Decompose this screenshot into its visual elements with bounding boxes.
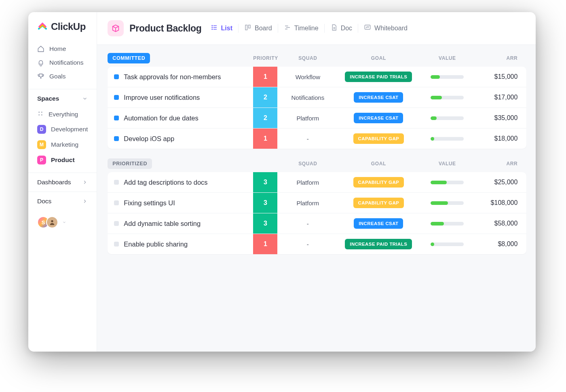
col-goal: GOAL — [338, 55, 419, 61]
priority-cell[interactable]: 1 — [253, 67, 277, 87]
main: Product Backlog ListBoardTimelineDocWhit… — [97, 12, 536, 352]
col-priority: PRIORITY — [253, 55, 277, 61]
space-item-development[interactable]: DDevelopment — [32, 122, 93, 137]
progress-bar — [431, 222, 464, 226]
caret-down-icon — [62, 220, 66, 224]
doc-icon — [330, 24, 338, 33]
primary-nav: Home Notifications Goals — [28, 40, 97, 89]
col-arr: ARR — [475, 161, 524, 166]
status-square-icon[interactable] — [114, 200, 119, 205]
task-rows: Task approvals for non-members 1 Workflo… — [108, 67, 526, 149]
task-cell: Automation for due dates — [108, 110, 253, 127]
status-square-icon[interactable] — [114, 136, 119, 141]
space-item-everything[interactable]: Everything — [32, 107, 93, 122]
chevron-right-icon — [82, 198, 88, 204]
nav-home-label: Home — [49, 45, 66, 53]
whiteboard-icon — [364, 24, 371, 33]
arr-cell: $25,000 — [475, 179, 524, 186]
view-tab-list[interactable]: List — [211, 24, 232, 33]
progress-bar — [431, 137, 464, 141]
goal-cell: CAPABILITY GAP — [338, 177, 419, 188]
nav-docs[interactable]: Docs — [28, 192, 97, 211]
status-square-icon[interactable] — [114, 242, 119, 247]
goal-pill[interactable]: INCREASE CSAT — [354, 113, 403, 123]
task-row[interactable]: Fixing settings UI 3 Platform CAPABILITY… — [108, 192, 526, 213]
goal-pill[interactable]: CAPABILITY GAP — [353, 133, 404, 144]
task-row[interactable]: Add tag descriptions to docs 3 Platform … — [108, 172, 526, 192]
brand[interactable]: ClickUp — [28, 21, 97, 40]
priority-cell[interactable]: 1 — [253, 234, 277, 254]
view-tab-board[interactable]: Board — [244, 24, 272, 33]
trophy-icon — [37, 73, 44, 80]
task-title: Improve user notifications — [124, 94, 200, 101]
priority-cell[interactable]: 3 — [253, 213, 277, 234]
goal-cell: INCREASE PAID TRIALS — [338, 72, 419, 82]
arr-cell: $17,000 — [475, 94, 524, 101]
goal-pill[interactable]: CAPABILITY GAP — [353, 198, 404, 208]
goal-pill[interactable]: CAPABILITY GAP — [353, 177, 404, 188]
priority-cell[interactable]: 1 — [253, 129, 277, 149]
space-badge: M — [37, 140, 46, 149]
task-row[interactable]: Develop iOS app 1 - CAPABILITY GAP $18,0… — [108, 128, 526, 149]
task-row[interactable]: Add dynamic table sorting 3 - INCREASE C… — [108, 213, 526, 234]
task-row[interactable]: Automation for due dates 2 Platform INCR… — [108, 107, 526, 128]
task-row[interactable]: Task approvals for non-members 1 Workflo… — [108, 67, 526, 87]
group-header: PRIORITIZED SQUAD GOAL VALUE ARR — [108, 158, 526, 169]
status-square-icon[interactable] — [114, 221, 119, 226]
task-title: Fixing settings UI — [124, 199, 175, 207]
view-label: Doc — [341, 25, 352, 32]
task-row[interactable]: Enable public sharing 1 - INCREASE PAID … — [108, 234, 526, 254]
goal-pill[interactable]: INCREASE CSAT — [354, 92, 403, 103]
nav-goals-label: Goals — [49, 73, 66, 80]
priority-cell[interactable]: 3 — [253, 172, 277, 192]
spaces-header[interactable]: Spaces — [28, 95, 97, 105]
view-label: Whiteboard — [374, 25, 408, 32]
nav-notifications[interactable]: Notifications — [32, 56, 93, 70]
space-item-marketing[interactable]: MMarketing — [32, 137, 93, 152]
task-title: Enable public sharing — [124, 240, 188, 248]
user-avatars[interactable]: S — [28, 211, 97, 234]
goal-pill[interactable]: INCREASE CSAT — [354, 218, 403, 229]
nav-home[interactable]: Home — [32, 42, 93, 56]
priority-cell[interactable]: 2 — [253, 87, 277, 107]
task-cell: Add dynamic table sorting — [108, 215, 253, 232]
group-name-pill[interactable]: COMMITTED — [108, 53, 150, 63]
value-cell — [419, 75, 475, 79]
task-row[interactable]: Improve user notifications 2 Notificatio… — [108, 87, 526, 107]
value-cell — [419, 96, 475, 99]
arr-cell: $58,000 — [475, 220, 524, 227]
view-tabs: ListBoardTimelineDocWhiteboard — [211, 24, 408, 33]
task-cell: Develop iOS app — [108, 130, 253, 148]
topbar: Product Backlog ListBoardTimelineDocWhit… — [97, 12, 536, 45]
arr-cell: $18,000 — [475, 135, 524, 142]
goal-pill[interactable]: INCREASE PAID TRIALS — [345, 72, 412, 82]
squad-cell: - — [277, 220, 338, 227]
status-square-icon[interactable] — [114, 95, 119, 100]
page-icon — [108, 20, 124, 36]
space-item-product[interactable]: PProduct — [32, 152, 93, 168]
sidebar: ClickUp Home Notifications Goals Spaces … — [28, 12, 97, 352]
status-square-icon[interactable] — [114, 116, 119, 120]
col-squad: SQUAD — [277, 55, 338, 61]
bell-icon — [37, 59, 44, 66]
task-rows: Add tag descriptions to docs 3 Platform … — [108, 172, 526, 254]
status-square-icon[interactable] — [114, 180, 119, 185]
view-tab-timeline[interactable]: Timeline — [284, 24, 319, 33]
view-tab-whiteboard[interactable]: Whiteboard — [364, 24, 408, 33]
col-value: VALUE — [419, 55, 475, 61]
view-label: Board — [255, 25, 272, 32]
nav-goals[interactable]: Goals — [32, 70, 93, 83]
goal-pill[interactable]: INCREASE PAID TRIALS — [345, 239, 412, 249]
squad-cell: - — [277, 241, 338, 248]
nav-dashboards[interactable]: Dashboards — [28, 173, 97, 192]
clickup-logo-icon — [37, 21, 48, 32]
group-name-pill[interactable]: PRIORITIZED — [108, 158, 152, 169]
status-square-icon[interactable] — [114, 74, 119, 79]
priority-cell[interactable]: 3 — [253, 193, 277, 213]
priority-cell[interactable]: 2 — [253, 108, 277, 128]
squad-cell: Platform — [277, 115, 338, 122]
progress-bar — [431, 116, 464, 120]
chevron-right-icon — [82, 179, 88, 185]
progress-bar — [431, 201, 464, 205]
view-tab-doc[interactable]: Doc — [330, 24, 352, 33]
